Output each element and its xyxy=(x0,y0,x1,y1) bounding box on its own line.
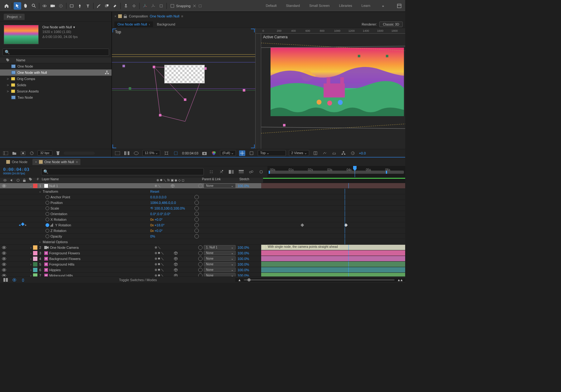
views-count-select[interactable]: 2 Views ⌄ xyxy=(289,150,309,156)
property-value[interactable]: 1084.0,486.0,0.0 xyxy=(150,201,194,205)
label-color[interactable] xyxy=(33,262,37,267)
shy-toggle-icon[interactable] xyxy=(218,169,224,175)
parent-select[interactable]: None⌄ xyxy=(204,183,236,188)
eye-icon[interactable] xyxy=(2,257,6,260)
property-value[interactable]: 0x+18.0° xyxy=(150,223,194,227)
expand-layer-icon[interactable]: › xyxy=(29,251,33,255)
stopwatch-icon[interactable] xyxy=(46,234,49,238)
expression-pickwhip-icon[interactable] xyxy=(194,206,199,210)
eye-icon[interactable] xyxy=(2,268,6,272)
property-track[interactable] xyxy=(257,222,405,228)
clone-tool[interactable] xyxy=(103,2,111,10)
stopwatch-icon[interactable] xyxy=(46,223,49,227)
label-color[interactable] xyxy=(33,268,37,272)
stretch-value[interactable]: 100.0% xyxy=(236,251,261,255)
stopwatch-icon[interactable] xyxy=(46,195,49,199)
expand-layer-icon[interactable]: › xyxy=(29,274,33,277)
marker-icon[interactable] xyxy=(262,245,265,249)
keyframe[interactable] xyxy=(300,223,304,227)
layer-track[interactable] xyxy=(261,183,405,188)
layer-row[interactable]: › 6 ÆHippies ⊕✱＼ None⌄ 100.0% xyxy=(0,267,405,273)
stretch-value[interactable]: 100.0% xyxy=(236,274,261,277)
project-search-input[interactable] xyxy=(2,49,109,56)
layer-switches[interactable]: ⊕＼ xyxy=(155,184,198,188)
expand-layer-icon[interactable]: › xyxy=(29,246,33,249)
guides-icon[interactable] xyxy=(248,150,255,156)
pickwhip-icon[interactable] xyxy=(198,257,203,261)
workspace-settings-icon[interactable] xyxy=(396,2,403,9)
layer-track[interactable]: With single node, the camera points stra… xyxy=(261,245,405,250)
eye-icon[interactable] xyxy=(2,246,6,249)
layer-switches[interactable]: ⊕✱＼ xyxy=(155,273,198,277)
eraser-tool[interactable] xyxy=(111,2,119,10)
expand-icon[interactable] xyxy=(6,64,9,68)
expression-pickwhip-icon[interactable] xyxy=(194,217,199,222)
marker-label[interactable]: With single node, the camera points stra… xyxy=(266,245,340,249)
view-opt1-icon[interactable] xyxy=(312,150,319,156)
rectangle-tool[interactable] xyxy=(68,2,75,10)
expand-transform-icon[interactable]: ⌄ xyxy=(38,189,42,193)
parent-select[interactable]: None⌄ xyxy=(204,273,236,276)
parent-select[interactable]: None⌄ xyxy=(204,256,236,261)
composition-thumbnail[interactable] xyxy=(4,25,39,44)
project-item[interactable]: One Node xyxy=(0,63,112,69)
timeline-tab-active[interactable]: × One Node with Null ≡ xyxy=(32,159,80,165)
project-tab[interactable]: Project ≡ xyxy=(4,14,25,20)
label-color[interactable] xyxy=(33,273,37,277)
frame-blend-icon[interactable] xyxy=(228,169,234,175)
property-value[interactable]: ⟲100.0,100.0,100.0% xyxy=(150,206,194,210)
expression-pickwhip-icon[interactable] xyxy=(194,212,199,216)
workspace-small-screen[interactable]: Small Screen xyxy=(309,4,329,8)
view-opt2-icon[interactable] xyxy=(322,150,328,156)
comp-flowchart-icon[interactable] xyxy=(208,169,214,175)
stretch-value[interactable]: 100.0% xyxy=(236,246,261,249)
label-column-icon[interactable] xyxy=(29,177,32,181)
expression-pickwhip-icon[interactable] xyxy=(194,234,199,239)
add-key-icon[interactable] xyxy=(21,222,24,226)
lock-column-icon[interactable] xyxy=(23,179,26,182)
adjust-icon[interactable] xyxy=(29,150,35,156)
eye-icon[interactable] xyxy=(2,263,6,266)
channel-icon[interactable] xyxy=(211,150,217,156)
parent-select[interactable]: 1. Null 1⌄ xyxy=(204,245,236,250)
pickwhip-icon[interactable] xyxy=(198,273,203,277)
prev-key-icon[interactable]: ◂ xyxy=(19,223,21,227)
stretch-value[interactable]: 100.0% xyxy=(236,262,261,266)
toggle-mask-icon[interactable] xyxy=(133,150,139,156)
expand-layer-icon[interactable]: › xyxy=(29,268,33,272)
stopwatch-icon[interactable] xyxy=(46,218,49,221)
axis-world-icon[interactable] xyxy=(149,2,157,10)
solo-column-icon[interactable] xyxy=(17,179,20,182)
project-item[interactable]: Two Node xyxy=(0,94,112,101)
zoom-slider[interactable]: ▲ ▲▲ xyxy=(235,278,405,282)
stopwatch-icon[interactable] xyxy=(46,201,49,205)
expression-pickwhip-icon[interactable] xyxy=(194,195,199,199)
time-ruler[interactable]: :00s01s02s03s04s05s06s xyxy=(267,166,405,177)
expand-material-icon[interactable]: › xyxy=(38,240,42,244)
interpret-footage-icon[interactable] xyxy=(2,150,9,156)
label-color[interactable] xyxy=(33,251,37,255)
timeline-search-input[interactable] xyxy=(41,168,204,175)
pan-behind-tool[interactable] xyxy=(57,2,65,10)
render-queue-icon[interactable]: {} xyxy=(20,277,26,283)
text-tool[interactable]: T xyxy=(84,2,92,10)
property-value[interactable]: 0.0°,0.0°,0.0° xyxy=(150,212,194,216)
hand-tool[interactable] xyxy=(22,2,29,10)
selection-tool[interactable] xyxy=(14,2,21,10)
resolution-select[interactable]: (Full) ⌄ xyxy=(220,150,236,156)
stopwatch-icon[interactable] xyxy=(46,206,49,210)
parent-select[interactable]: None⌄ xyxy=(204,251,236,255)
stopwatch-icon[interactable] xyxy=(46,212,49,216)
timecode-display[interactable]: 0:00:04:03 xyxy=(3,167,37,172)
snapping-toggle[interactable]: Snapping xyxy=(170,4,202,8)
property-track[interactable] xyxy=(257,205,405,211)
expand-layer-icon[interactable]: › xyxy=(29,257,33,261)
camera-tool[interactable] xyxy=(49,2,56,10)
brain-icon[interactable] xyxy=(258,169,264,175)
zoom-select[interactable]: 12.5% ⌄ xyxy=(142,150,160,156)
stretch-value[interactable]: 100.0% xyxy=(236,257,261,261)
eye-icon[interactable] xyxy=(2,184,6,187)
viewport-top[interactable]: Top xyxy=(112,28,256,149)
label-color[interactable] xyxy=(33,257,37,261)
exposure-value[interactable]: +0.0 xyxy=(359,151,366,155)
